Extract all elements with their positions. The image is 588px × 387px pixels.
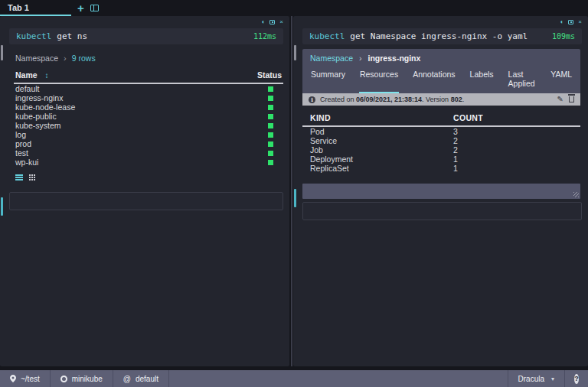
yaml-textarea[interactable]: [302, 184, 580, 199]
tab-summary[interactable]: Summary: [310, 67, 346, 93]
tab-last-applied[interactable]: Last Applied: [508, 67, 537, 93]
help-icon: ?: [574, 374, 579, 384]
table-row[interactable]: wp-kui: [14, 158, 283, 167]
count-cell: 2: [453, 145, 458, 154]
contrast-icon[interactable]: ◐: [560, 18, 564, 25]
tab-bar: Tab 1 +: [0, 0, 588, 16]
status-ok-badge: [268, 96, 273, 101]
table-row[interactable]: default: [14, 84, 283, 93]
close-split-icon[interactable]: ×: [578, 18, 582, 25]
breadcrumb-kind[interactable]: Namespace: [310, 54, 353, 63]
table-header: KIND COUNT: [302, 110, 580, 127]
screenshot-icon[interactable]: [270, 20, 275, 24]
status-cell: [259, 96, 282, 101]
tab-bar-actions: +: [71, 0, 99, 16]
column-header-kind: KIND: [310, 113, 453, 122]
status-bar: ~/test minikube @ default Dracula ▾ ?: [0, 370, 588, 387]
breadcrumb-resource-name: ingress-nginx: [368, 54, 421, 63]
tab-yaml[interactable]: YAML: [550, 67, 573, 93]
kind-cell: Pod: [310, 127, 453, 136]
right-pane-controls: ◐ ×: [560, 18, 582, 25]
table-row[interactable]: kube-node-lease: [14, 102, 283, 112]
namespace-name: kube-node-lease: [15, 102, 75, 112]
screenshot-icon[interactable]: [568, 20, 573, 24]
status-cell: [259, 132, 282, 138]
cwd-segment[interactable]: ~/test: [0, 370, 51, 387]
help-button[interactable]: ?: [565, 370, 588, 387]
table-row[interactable]: log: [14, 130, 283, 139]
command-input[interactable]: [9, 192, 283, 210]
tab-annotations[interactable]: Annotations: [412, 67, 456, 93]
table-row[interactable]: Service 2: [302, 136, 580, 145]
table-row[interactable]: Deployment 1: [302, 154, 580, 164]
created-banner: i Created on 06/09/2021, 21:38:14. Versi…: [302, 93, 580, 106]
breadcrumb: Namespace › 9 rows: [15, 54, 283, 63]
table-row[interactable]: kube-system: [14, 121, 283, 130]
left-split-pane: ◐ × kubectl get ns 112ms Namespace › 9 r…: [0, 16, 289, 366]
count-cell: 1: [453, 154, 458, 164]
active-input-indicator: [1, 197, 3, 216]
count-cell: 1: [453, 164, 458, 173]
table-row[interactable]: ReplicaSet 1: [302, 164, 580, 173]
tab-resources[interactable]: Resources: [359, 67, 399, 93]
banner-actions: ✎: [557, 96, 574, 103]
table-row[interactable]: test: [14, 148, 283, 158]
at-icon: @: [123, 375, 131, 383]
list-view-icon[interactable]: [15, 174, 23, 176]
namespace-name: prod: [15, 139, 31, 148]
sort-icon[interactable]: ↕: [45, 71, 49, 80]
split-terminal-icon[interactable]: [90, 5, 99, 11]
column-header-count: COUNT: [453, 113, 483, 122]
kube-namespace-label: default: [136, 375, 158, 383]
namespace-name: default: [15, 84, 40, 93]
status-ok-badge: [268, 141, 273, 147]
block-focus-indicator: [1, 45, 3, 60]
table-row[interactable]: Pod 3: [302, 127, 580, 136]
namespace-name: kube-public: [15, 112, 57, 121]
table-row[interactable]: kube-public: [14, 112, 283, 121]
grid-view-icon[interactable]: [29, 174, 31, 176]
command-input[interactable]: [302, 202, 582, 220]
resource-tabs: Summary Resources Annotations Labels Las…: [302, 66, 580, 93]
table-header: Name ↕ Status: [14, 70, 283, 84]
column-header-status: Status: [257, 70, 282, 80]
status-cell: [259, 123, 282, 128]
count-cell: 2: [453, 136, 458, 145]
edit-icon[interactable]: ✎: [557, 96, 564, 103]
status-cell: [259, 105, 282, 110]
kind-count-table: KIND COUNT Pod 3 Service 2 Job 2 Deploym…: [302, 110, 580, 173]
breadcrumb-kind[interactable]: Namespace: [15, 54, 58, 63]
count-cell: 3: [453, 127, 458, 136]
breadcrumb-row-count[interactable]: 9 rows: [72, 54, 96, 63]
kube-context-icon: [60, 376, 67, 382]
tab-labels[interactable]: Labels: [469, 67, 495, 93]
status-cell: [259, 141, 282, 147]
cwd-label: ~/test: [21, 375, 40, 383]
kind-cell: Job: [310, 145, 453, 154]
contrast-icon[interactable]: ◐: [261, 18, 265, 25]
kube-context-segment[interactable]: minikube: [51, 370, 113, 387]
status-cell: [259, 160, 282, 165]
namespace-name: ingress-nginx: [15, 93, 63, 102]
active-input-indicator: [294, 189, 296, 207]
new-tab-icon[interactable]: +: [77, 2, 84, 14]
kube-namespace-segment[interactable]: @ default: [113, 370, 169, 387]
column-header-name[interactable]: Name: [15, 70, 38, 80]
theme-selector[interactable]: Dracula ▾: [508, 370, 565, 387]
table-row[interactable]: prod: [14, 139, 283, 148]
tab-1[interactable]: Tab 1: [0, 0, 71, 16]
table-row[interactable]: Job 2: [302, 145, 580, 154]
command-duration-badge: 112ms: [253, 32, 276, 41]
kube-context-label: minikube: [72, 375, 103, 383]
resource-nav-card: Namespace › ingress-nginx Summary Resour…: [302, 49, 580, 93]
trash-icon[interactable]: [569, 96, 574, 102]
command-block[interactable]: kubectl get ns 112ms: [9, 28, 283, 44]
command-block[interactable]: kubectl get Namespace ingress-nginx -o y…: [302, 28, 582, 44]
block-focus-indicator: [294, 45, 296, 60]
kind-cell: ReplicaSet: [310, 164, 453, 173]
location-pin-icon: [10, 375, 16, 382]
table-row[interactable]: ingress-nginx: [14, 93, 283, 102]
info-icon: i: [309, 96, 315, 103]
close-split-icon[interactable]: ×: [279, 18, 283, 25]
status-cell: [259, 86, 282, 92]
